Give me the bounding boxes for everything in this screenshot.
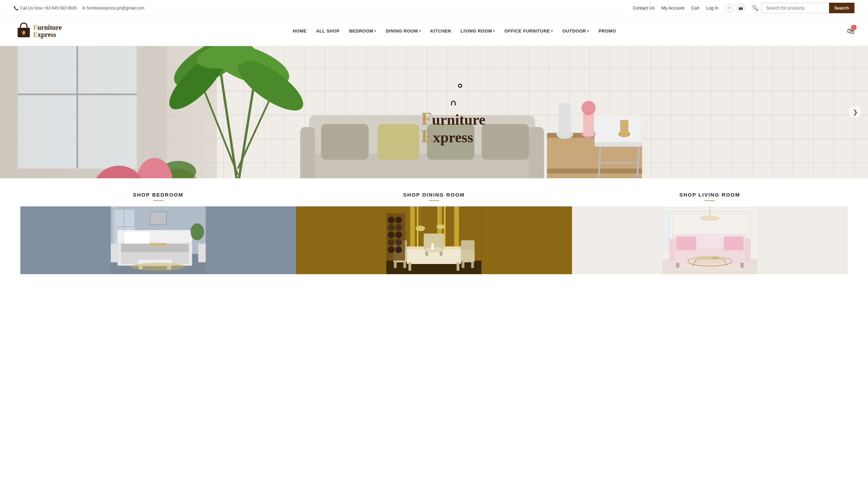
svg-rect-155 [662, 211, 669, 252]
nav-bedroom[interactable]: BEDROOM ▾ [349, 28, 376, 34]
svg-rect-140 [676, 263, 679, 268]
dining-dropdown-arrow: ▾ [419, 29, 421, 33]
contact-us-link[interactable]: Contact Us [633, 5, 654, 11]
svg-point-112 [424, 247, 444, 252]
nav-dining-room[interactable]: DINING ROOM ▾ [386, 28, 421, 34]
svg-line-22 [238, 92, 273, 169]
svg-point-116 [388, 231, 395, 238]
shop-dining-room-section[interactable]: SHOP DINING ROOM [296, 192, 572, 274]
outdoor-dropdown-arrow: ▾ [587, 29, 589, 33]
hero-urniture: urniture [432, 113, 486, 127]
shop-dining-underline [429, 200, 439, 201]
nav-all-shop[interactable]: ALL SHOP [316, 28, 340, 34]
shop-bedroom-section[interactable]: SHOP BEDROOM [20, 192, 296, 274]
phone-label: Call Us Now [20, 6, 42, 11]
svg-rect-99 [457, 262, 459, 271]
logo-mark [14, 20, 31, 42]
top-bar-left: 📞 Call Us Now +63 945 583 9606 ✉ furnitu… [14, 6, 144, 11]
login-link[interactable]: Log In [706, 5, 718, 11]
hero-xpress: xpress [433, 130, 473, 145]
svg-point-62 [581, 101, 596, 115]
phone-icon: 📞 [14, 6, 19, 11]
svg-point-154 [699, 216, 720, 221]
svg-rect-139 [744, 239, 750, 262]
email-address: furnitureexpress.ph@gmail.com [87, 6, 144, 11]
svg-point-114 [388, 217, 395, 223]
svg-rect-54 [594, 142, 642, 147]
shop-bedroom-underline [153, 200, 163, 201]
search-container: 🔍 Search [752, 3, 854, 13]
svg-point-115 [388, 224, 395, 231]
nav-office-furniture[interactable]: OFFICE FURNITURE ▾ [505, 28, 553, 34]
logo-svg [14, 20, 31, 41]
svg-rect-128 [432, 243, 434, 250]
svg-point-123 [395, 246, 402, 253]
svg-point-122 [395, 239, 402, 246]
shop-living-title: SHOP LIVING ROOM [572, 192, 848, 198]
svg-rect-81 [150, 243, 167, 246]
svg-point-125 [416, 226, 425, 231]
svg-rect-2 [23, 33, 24, 35]
instagram-icon[interactable]: 📷 [737, 4, 745, 12]
logo[interactable]: Furniture Express [14, 20, 62, 42]
hero-logo-row1: Furniture [421, 110, 486, 128]
top-bar-right: Contact Us My Account Cart Log In f 📷 🔍 … [633, 3, 854, 13]
svg-rect-82 [111, 244, 118, 262]
main-nav: HOME ALL SHOP BEDROOM ▾ DINING ROOM ▾ KI… [293, 28, 616, 34]
svg-rect-77 [153, 232, 179, 244]
shop-sections: SHOP BEDROOM [0, 178, 868, 274]
nav-kitchen[interactable]: KITCHEN [430, 28, 451, 34]
svg-rect-108 [424, 233, 444, 249]
svg-rect-76 [124, 232, 150, 244]
svg-rect-59 [559, 103, 571, 136]
svg-point-118 [388, 246, 395, 253]
search-button[interactable]: Search [829, 3, 854, 13]
hero-brand-logo: ⚬ Furniture Express [421, 79, 486, 145]
shop-bedroom-title: SHOP BEDROOM [20, 192, 296, 198]
top-bar: 📞 Call Us Now +63 945 583 9606 ✉ furnitu… [0, 0, 868, 16]
logo-e-letter: E [33, 31, 38, 38]
email-icon: ✉ [82, 6, 85, 11]
svg-point-127 [437, 224, 445, 229]
svg-rect-36 [529, 127, 544, 178]
nav-home[interactable]: HOME [293, 28, 307, 34]
email-info: ✉ furnitureexpress.ph@gmail.com [82, 6, 144, 11]
living-dropdown-arrow: ▾ [493, 29, 495, 33]
cart-top-link[interactable]: Cart [691, 5, 699, 11]
hero-slider: ⚬ Furniture Express ❯ [0, 46, 868, 178]
logo-urniture: urniture [37, 24, 62, 31]
svg-point-151 [700, 256, 712, 260]
cart-icon-wrap[interactable]: 🛍 1 [847, 27, 854, 36]
phone-number: +63 945 583 9606 [44, 6, 77, 11]
shop-bedroom-image [20, 206, 296, 274]
svg-rect-50 [547, 169, 642, 174]
svg-point-129 [431, 242, 434, 243]
svg-rect-106 [462, 261, 465, 268]
search-magnify-icon[interactable]: 🔍 [752, 5, 758, 11]
logo-text-block: Furniture Express [33, 24, 62, 38]
my-account-link[interactable]: My Account [662, 5, 684, 11]
nav-promo[interactable]: PROMO [598, 28, 616, 34]
phone-info: 📞 Call Us Now +63 945 583 9606 [14, 6, 77, 11]
svg-rect-87 [151, 212, 166, 224]
logo-f-letter: F [33, 24, 37, 31]
dining-svg [296, 206, 572, 274]
svg-rect-144 [676, 237, 695, 250]
svg-point-84 [191, 223, 204, 240]
svg-rect-98 [409, 262, 411, 271]
header: Furniture Express HOME ALL SHOP BEDROOM … [0, 16, 868, 46]
hero-logo-handle: ⚬ [435, 79, 486, 93]
search-input[interactable] [761, 3, 829, 13]
nav-living-room[interactable]: LIVING ROOM ▾ [460, 28, 495, 34]
office-dropdown-arrow: ▾ [551, 29, 553, 33]
hero-next-arrow[interactable]: ❯ [849, 106, 861, 118]
svg-line-21 [202, 85, 238, 175]
svg-point-120 [395, 224, 402, 231]
svg-rect-64 [620, 120, 629, 137]
nav-outdoor[interactable]: OUTDOOR ▾ [563, 28, 589, 34]
svg-rect-61 [583, 112, 594, 136]
facebook-icon[interactable]: f [725, 4, 733, 12]
shop-living-room-section[interactable]: SHOP LIVING ROOM [572, 192, 848, 274]
svg-point-121 [395, 231, 402, 238]
svg-rect-40 [377, 124, 419, 160]
